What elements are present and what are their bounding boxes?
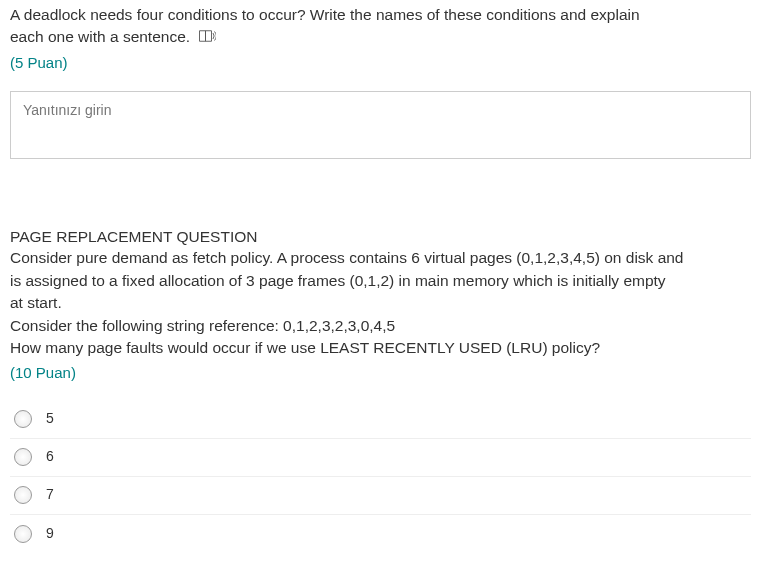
- q2-line3: at start.: [10, 294, 62, 311]
- question-2-block: PAGE REPLACEMENT QUESTION Consider pure …: [10, 226, 751, 553]
- radio-option-9[interactable]: [14, 525, 32, 543]
- radio-option-6[interactable]: [14, 448, 32, 466]
- q2-line1: Consider pure demand as fetch policy. A …: [10, 249, 684, 266]
- radio-option-7[interactable]: [14, 486, 32, 504]
- q2-line5: How many page faults would occur if we u…: [10, 339, 600, 356]
- option-label: 5: [46, 409, 54, 429]
- radio-option-5[interactable]: [14, 410, 32, 428]
- option-row[interactable]: 5: [10, 401, 751, 439]
- question-2-points: (10 Puan): [10, 362, 751, 383]
- q1-line2: each one with a sentence.: [10, 28, 190, 45]
- question-2-body: Consider pure demand as fetch policy. A …: [10, 247, 751, 359]
- option-label: 6: [46, 447, 54, 467]
- q2-line4: Consider the following string reference:…: [10, 317, 395, 334]
- immersive-reader-icon[interactable]: [198, 27, 216, 49]
- options-list: 5 6 7 9: [10, 401, 751, 553]
- option-row[interactable]: 6: [10, 439, 751, 477]
- q2-line2: is assigned to a fixed allocation of 3 p…: [10, 272, 666, 289]
- question-2-title: PAGE REPLACEMENT QUESTION: [10, 226, 751, 248]
- q1-line1: A deadlock needs four conditions to occu…: [10, 6, 640, 23]
- question-1-block: A deadlock needs four conditions to occu…: [10, 4, 751, 164]
- question-1-text: A deadlock needs four conditions to occu…: [10, 4, 751, 50]
- question-1-points: (5 Puan): [10, 52, 751, 73]
- option-row[interactable]: 7: [10, 477, 751, 515]
- answer-input[interactable]: [10, 91, 751, 159]
- option-label: 9: [46, 524, 54, 544]
- option-row[interactable]: 9: [10, 515, 751, 553]
- option-label: 7: [46, 485, 54, 505]
